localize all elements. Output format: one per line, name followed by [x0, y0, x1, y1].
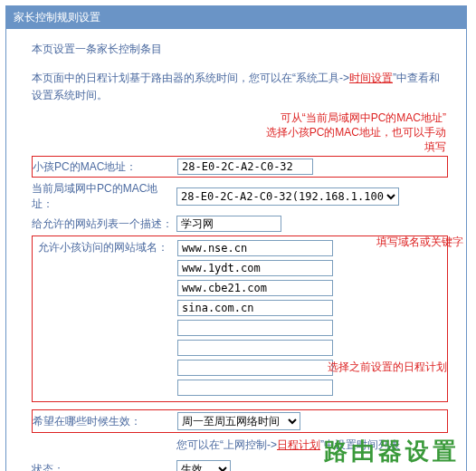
brand-text: 路由器设置 [324, 436, 460, 467]
row-schedule: 希望在哪些时候生效： 周一至周五网络时间 [32, 409, 448, 433]
schedule-select[interactable]: 周一至周五网络时间 [177, 412, 300, 430]
domain-input-3[interactable] [177, 300, 333, 316]
domain-input-7[interactable] [177, 380, 333, 396]
label-status: 状态： [32, 462, 176, 471]
domain-input-6[interactable] [177, 360, 333, 376]
intro-text-2: 本页面中的日程计划基于路由器的系统时间，您可以在“系统工具->时间设置”中查看和… [32, 70, 448, 104]
domain-input-5[interactable] [177, 340, 333, 356]
row-desc: 给允许的网站列表一个描述： [32, 216, 448, 232]
intro2-prefix: 本页面中的日程计划基于路由器的系统时间，您可以在“系统工具-> [32, 72, 349, 84]
domain-input-2[interactable] [177, 280, 333, 296]
domain-input-0[interactable] [177, 240, 333, 256]
lan-mac-select[interactable]: 28-E0-2C-A2-C0-32(192.168.1.100) [176, 187, 399, 206]
panel-body: 本页设置一条家长控制条目 本页面中的日程计划基于路由器的系统时间，您可以在“系统… [6, 29, 466, 471]
domain-input-list [177, 240, 333, 396]
row-lan-mac: 当前局域网中PC的MAC地址： 28-E0-2C-A2-C0-32(192.16… [32, 181, 448, 212]
domain-input-4[interactable] [177, 320, 333, 336]
note-domain-side: 填写域名或关键字 [376, 236, 463, 250]
intro-text-1: 本页设置一条家长控制条目 [32, 42, 448, 57]
label-domains: 允许小孩访问的网站域名： [38, 240, 177, 399]
schedule-plan-link[interactable]: 日程计划 [277, 438, 320, 451]
note-mac-hint: 可从“当前局域网中PC的MAC地址” 选择小孩PC的MAC地址，也可以手动 填写 [32, 111, 448, 154]
child-mac-input[interactable] [177, 159, 313, 175]
note-schedule-side: 选择之前设置的日程计划 [328, 360, 447, 375]
domain-input-1[interactable] [177, 260, 333, 276]
status-select[interactable]: 生效 [176, 460, 231, 471]
time-settings-link[interactable]: 时间设置 [349, 72, 393, 84]
panel-title: 家长控制规则设置 [6, 6, 466, 29]
label-lan-mac: 当前局域网中PC的MAC地址： [32, 181, 176, 212]
domain-block: 允许小孩访问的网站域名： [32, 236, 448, 402]
desc-input[interactable] [176, 216, 281, 232]
row-child-mac: 小孩PC的MAC地址： [32, 156, 448, 178]
label-desc: 给允许的网站列表一个描述： [32, 216, 176, 232]
label-child-mac: 小孩PC的MAC地址： [33, 159, 177, 175]
label-schedule: 希望在哪些时候生效： [33, 414, 177, 429]
